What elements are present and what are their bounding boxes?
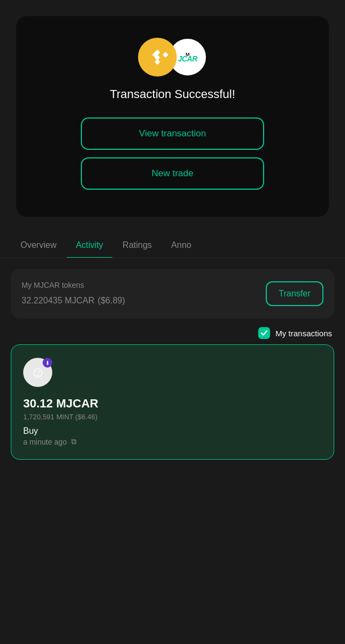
tx-sub: 1,720,591 MINT ($6.46) bbox=[23, 413, 322, 421]
success-title: Transaction Successful! bbox=[110, 87, 236, 101]
success-card: M JCAR Transaction Successful! View tran… bbox=[16, 16, 329, 217]
my-transactions-checkbox[interactable] bbox=[258, 327, 270, 339]
lightning-icon: ⬇ bbox=[45, 360, 50, 366]
token-info-card: My MJCAR tokens 32.220435 MJCAR ($6.89) … bbox=[11, 269, 334, 318]
new-trade-button[interactable]: New trade bbox=[81, 157, 264, 190]
tx-type: Buy bbox=[23, 426, 322, 436]
tx-amount: 30.12 MJCAR bbox=[23, 397, 322, 411]
bnb-logo bbox=[138, 38, 177, 77]
transaction-card: ☺ ⬇ 30.12 MJCAR 1,720,591 MINT ($6.46) B… bbox=[11, 344, 334, 460]
tab-activity[interactable]: Activity bbox=[66, 233, 113, 258]
token-info-left: My MJCAR tokens 32.220435 MJCAR ($6.89) bbox=[22, 281, 266, 307]
token-logos: M JCAR bbox=[138, 38, 207, 77]
token-label: My MJCAR tokens bbox=[22, 281, 266, 289]
avatar-face: ☺ bbox=[30, 364, 46, 381]
avatar-badge: ⬇ bbox=[43, 358, 52, 368]
tab-ratings[interactable]: Ratings bbox=[113, 233, 161, 258]
tx-avatar-row: ☺ ⬇ bbox=[23, 358, 322, 387]
view-transaction-button[interactable]: View transaction bbox=[81, 117, 264, 150]
transfer-button[interactable]: Transfer bbox=[266, 281, 323, 306]
external-link-icon[interactable]: ⧉ bbox=[71, 437, 77, 446]
token-balance: 32.220435 MJCAR ($6.89) bbox=[22, 293, 266, 307]
tabs-navigation: Overview Activity Ratings Anno bbox=[0, 233, 345, 258]
token-usd-value: ($6.89) bbox=[98, 296, 125, 305]
tx-time-row: a minute ago ⧉ bbox=[23, 437, 322, 446]
tab-announcements[interactable]: Anno bbox=[162, 233, 201, 258]
tx-avatar: ☺ ⬇ bbox=[23, 358, 52, 387]
my-transactions-label: My transactions bbox=[275, 329, 332, 338]
my-transactions-row: My transactions bbox=[0, 318, 345, 344]
tx-time: a minute ago bbox=[23, 438, 67, 446]
token-balance-value: 32.220435 MJCAR bbox=[22, 296, 94, 305]
tab-overview[interactable]: Overview bbox=[11, 233, 66, 258]
